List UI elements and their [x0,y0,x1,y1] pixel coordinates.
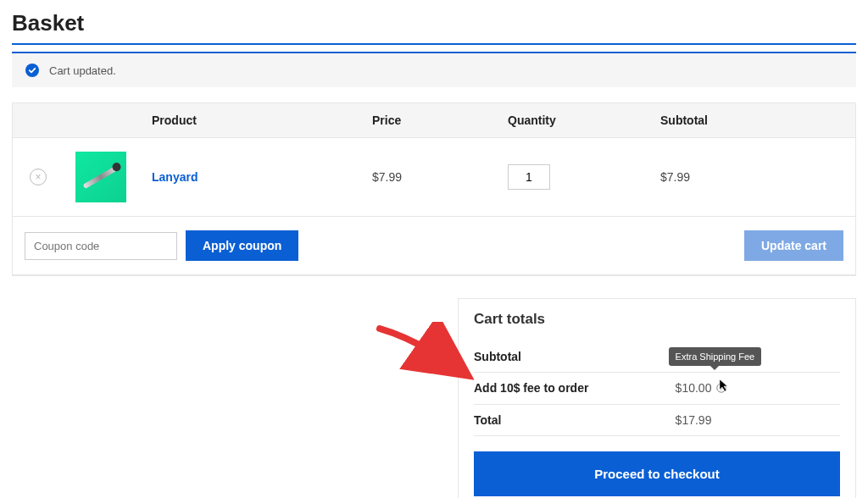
cart-totals-table: Subtotal $7.99 Add 10$ fee to order Extr… [474,341,840,436]
svg-text:?: ? [720,385,724,392]
item-subtotal: $7.99 [648,138,855,217]
totals-fee-cell: Extra Shipping Fee $10.00 ? [676,373,840,405]
check-circle-icon [25,64,39,77]
cart-table: Product Price Quantity Subtotal × [13,103,855,275]
page-title: Basket [12,0,856,43]
totals-total-label: Total [474,404,676,435]
help-icon[interactable]: ? [716,383,726,396]
col-quantity-header: Quantity [496,103,648,138]
col-price-header: Price [360,103,496,138]
notice-text: Cart updated. [49,64,116,77]
col-subtotal-header: Subtotal [648,103,855,138]
cart-totals-panel: Cart totals Subtotal $7.99 Add 10$ fee t… [458,298,856,498]
product-name-link[interactable]: Lanyard [152,170,198,184]
totals-fee-label: Add 10$ fee to order [474,373,676,405]
col-product-header: Product [140,103,360,138]
item-price: $7.99 [360,138,496,217]
coupon-code-input[interactable] [25,232,177,260]
cart-actions-row: Apply coupon Update cart [13,217,855,275]
totals-total-value: $17.99 [676,404,840,435]
product-thumbnail[interactable] [75,152,126,202]
fee-tooltip: Extra Shipping Fee [669,347,762,366]
totals-subtotal-label: Subtotal [474,341,676,373]
proceed-to-checkout-button[interactable]: Proceed to checkout [474,451,840,496]
cart-row: × Lanyard $7.99 $7.99 [13,138,855,217]
title-divider [12,43,856,45]
close-icon: × [35,172,41,182]
quantity-input[interactable] [508,164,550,190]
col-thumb-header [64,103,140,138]
totals-fee-value: $10.00 [676,381,712,395]
apply-coupon-button[interactable]: Apply coupon [186,230,298,261]
notice-banner: Cart updated. [12,52,856,87]
cart-totals-heading: Cart totals [474,311,840,328]
cart-table-container: Product Price Quantity Subtotal × [12,102,856,276]
remove-item-button[interactable]: × [30,169,47,185]
col-remove-header [13,103,64,138]
update-cart-button[interactable]: Update cart [744,230,843,261]
